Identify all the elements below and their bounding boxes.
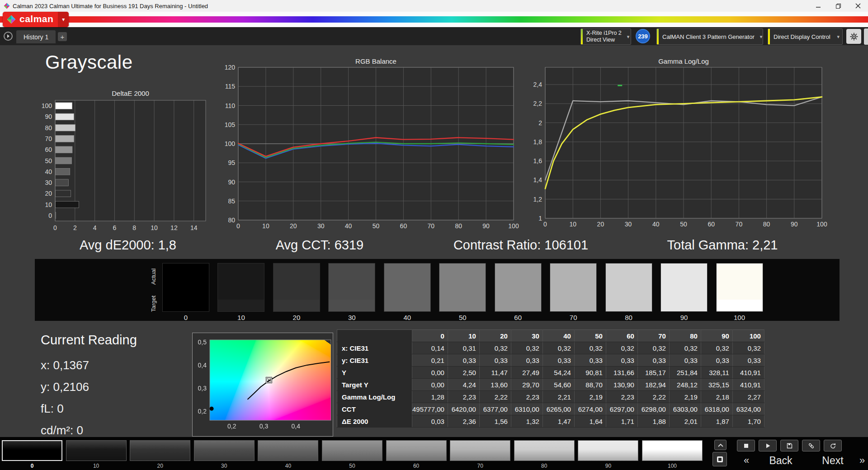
table-cell: 0,32 (701, 342, 732, 354)
svg-text:2,2: 2,2 (533, 100, 542, 107)
table-cell: 6297,00 (606, 403, 637, 415)
meter-count-badge[interactable]: 239 (636, 29, 650, 43)
pattern-level-button-20[interactable] (130, 440, 190, 461)
pattern-level-button-50[interactable] (322, 440, 382, 461)
pattern-level-button-40[interactable] (258, 440, 318, 461)
table-cell: 248,12 (669, 379, 701, 391)
restore-button[interactable] (828, 0, 848, 12)
svg-text:50: 50 (45, 157, 52, 164)
table-row: Y0,002,5011,4727,4954,2490,81131,66185,1… (337, 367, 764, 379)
swatch-target (274, 300, 320, 312)
pattern-level-button-100[interactable] (642, 440, 703, 461)
table-cell: 1,70 (732, 415, 764, 428)
row-label: Y (337, 367, 412, 379)
svg-text:100: 100 (508, 222, 519, 230)
swatch-level-label: 60 (491, 314, 546, 321)
table-cell: 0,31 (448, 342, 479, 354)
tab-history-1[interactable]: History 1 (16, 30, 56, 43)
table-cell: 6310,00 (511, 403, 542, 415)
table-cell: 2,23 (511, 391, 542, 403)
table-cell: 54,60 (542, 379, 574, 391)
grayscale-swatch-40 (384, 263, 431, 312)
next-button[interactable]: Next (810, 455, 855, 467)
back-chevron-button[interactable]: « (739, 454, 754, 467)
close-button[interactable] (848, 0, 868, 12)
swatch-actual (439, 263, 486, 300)
pattern-level-button-30[interactable] (194, 440, 255, 461)
row-label: ΔE 2000 (337, 415, 412, 428)
table-cell: 6298,00 (637, 403, 669, 415)
swatch-target (163, 300, 209, 312)
refresh-button[interactable] (824, 440, 842, 451)
column-header: 30 (511, 330, 542, 342)
settings-gear-button[interactable] (846, 29, 861, 44)
svg-text:80: 80 (455, 222, 462, 230)
meter-line1: X-Rite i1Pro 2 (586, 30, 622, 37)
table-header-row: 0102030405060708090100 (337, 330, 764, 342)
svg-text:40: 40 (45, 168, 52, 175)
link-button[interactable] (802, 440, 820, 451)
svg-text:110: 110 (225, 102, 236, 109)
pattern-level-label: 30 (194, 463, 255, 469)
play-button[interactable] (759, 440, 777, 451)
swatch-actual (218, 263, 264, 300)
logo-menu-caret-icon[interactable]: ▾ (58, 12, 69, 27)
pattern-level-button-70[interactable] (450, 440, 510, 461)
svg-text:Gamma Log/Log: Gamma Log/Log (658, 57, 709, 65)
swatch-target (717, 300, 763, 312)
svg-text:1: 1 (538, 215, 542, 222)
add-tab-button[interactable]: + (58, 32, 67, 41)
save-button[interactable] (780, 440, 798, 451)
cie-chromaticity-panel: 0,20,30,40,50,20,30,4 (192, 333, 333, 437)
stop-button[interactable] (737, 440, 755, 451)
table-cell: 0,33 (669, 354, 701, 367)
table-cell: 0,33 (511, 354, 542, 367)
grayscale-swatch-10 (217, 263, 264, 312)
swatch-target (550, 300, 596, 312)
collapse-panel-button[interactable] (714, 440, 726, 450)
table-cell: 0,00 (412, 367, 448, 379)
svg-text:30: 30 (317, 222, 325, 230)
table-cell: 410,91 (732, 379, 764, 391)
svg-text:85: 85 (228, 197, 235, 205)
history-nav-button[interactable] (4, 32, 13, 41)
save-icon (786, 442, 793, 449)
svg-text:RGB Balance: RGB Balance (355, 57, 396, 65)
svg-text:40: 40 (652, 221, 660, 228)
display-control-dropdown[interactable]: Direct Display Control ▾ (768, 28, 843, 45)
pattern-generator-dropdown[interactable]: CalMAN Client 3 Pattern Generator ▾ (656, 28, 763, 45)
svg-text:120: 120 (225, 64, 236, 71)
pattern-level-button-60[interactable] (386, 440, 447, 461)
pattern-level-button-0[interactable] (2, 440, 62, 461)
svg-text:0,4: 0,4 (198, 362, 207, 369)
svg-text:100: 100 (42, 102, 52, 109)
pattern-window-button[interactable] (712, 452, 727, 466)
swatch-actual (163, 263, 209, 300)
pattern-level-button-90[interactable] (578, 440, 638, 461)
svg-text:90: 90 (45, 113, 52, 120)
table-cell: 0,32 (479, 342, 511, 354)
meter-dropdown[interactable]: X-Rite i1Pro 2 Direct View ▾ (580, 28, 631, 45)
svg-text:0: 0 (48, 212, 52, 219)
collapsed-panel-button[interactable] (864, 28, 868, 45)
minimize-button[interactable] (808, 0, 828, 12)
calman-logo[interactable]: calman ▾ (3, 12, 69, 27)
pattern-label: CalMAN Client 3 Pattern Generator (659, 33, 757, 40)
table-cell: 410,91 (732, 367, 764, 379)
table-cell: 328,11 (701, 367, 732, 379)
pattern-level-button-80[interactable] (514, 440, 575, 461)
pattern-level-button-10[interactable] (66, 440, 127, 461)
svg-text:0,2: 0,2 (227, 423, 236, 430)
table-cell: 0,32 (732, 342, 764, 354)
svg-text:50: 50 (680, 221, 687, 228)
svg-text:2,4: 2,4 (533, 81, 542, 88)
back-button[interactable]: Back (756, 455, 806, 467)
pattern-level-label: 10 (66, 463, 127, 469)
table-cell: 54,24 (542, 367, 574, 379)
row-label: Gamma Log/Log (337, 391, 412, 403)
gear-icon (849, 32, 859, 41)
table-cell: 185,17 (637, 367, 669, 379)
table-cell: 2,23 (606, 391, 637, 403)
pattern-window-icon (717, 456, 723, 462)
next-chevron-button[interactable]: » (855, 454, 868, 467)
